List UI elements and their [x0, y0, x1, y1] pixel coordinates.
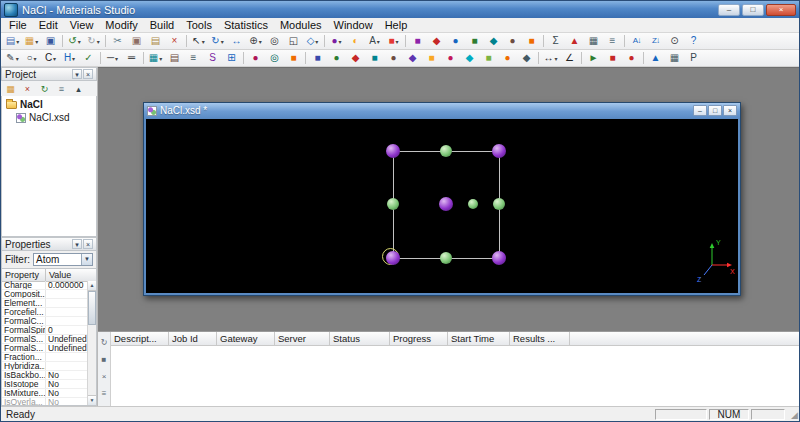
- document-close-button[interactable]: ×: [723, 105, 737, 116]
- forcite-icon[interactable]: ■: [465, 33, 484, 50]
- copy-icon[interactable]: ▣: [127, 33, 146, 50]
- properties-close-icon[interactable]: ×: [83, 239, 93, 249]
- job-column-header-3[interactable]: Gateway: [217, 332, 275, 345]
- dropdown-caret-icon[interactable]: ▾: [53, 55, 56, 62]
- menu-item-help[interactable]: Help: [379, 18, 414, 32]
- adjust-hydrogen-icon[interactable]: H▾: [60, 50, 79, 67]
- job-column-header-6[interactable]: Progress: [390, 332, 448, 345]
- blends-icon[interactable]: ■: [308, 50, 327, 67]
- jobs-properties-icon[interactable]: ≡: [98, 387, 111, 400]
- property-row[interactable]: IsBackbo...No: [2, 371, 87, 380]
- dropdown-caret-icon[interactable]: ▾: [115, 55, 118, 62]
- scroll-down-icon[interactable]: ▼: [88, 395, 96, 405]
- record-icon[interactable]: ●: [622, 50, 641, 67]
- dropdown-caret-icon[interactable]: ▾: [159, 55, 162, 62]
- properties-menu-icon[interactable]: ▾: [72, 239, 82, 249]
- project-menu-icon[interactable]: ▾: [72, 69, 82, 79]
- display-style-icon[interactable]: ●▾: [327, 33, 346, 50]
- property-value-cell[interactable]: [46, 308, 87, 316]
- maximize-button[interactable]: □: [742, 4, 764, 16]
- dropdown-caret-icon[interactable]: ▾: [339, 38, 342, 45]
- property-row[interactable]: FormalC...: [2, 317, 87, 326]
- mesostructure-builder-icon[interactable]: ■: [284, 50, 303, 67]
- surface-builder-icon[interactable]: ▤: [165, 50, 184, 67]
- dropdown-caret-icon[interactable]: ▾: [97, 38, 100, 45]
- close-button[interactable]: ×: [766, 4, 796, 16]
- project-refresh-icon[interactable]: ↻: [36, 81, 53, 96]
- job-column-header-5[interactable]: Status: [330, 332, 390, 345]
- translate-view-icon[interactable]: ↔: [227, 33, 246, 50]
- menu-item-build[interactable]: Build: [144, 18, 180, 32]
- vamp-icon[interactable]: ■: [422, 50, 441, 67]
- save-icon[interactable]: ▣: [41, 33, 60, 50]
- open-icon[interactable]: ▦▾: [22, 33, 41, 50]
- dropdown-caret-icon[interactable]: ▾: [16, 55, 19, 62]
- atom-na[interactable]: [440, 252, 452, 264]
- project-new-folder-icon[interactable]: ▦: [2, 81, 19, 96]
- amorphous-cell-icon[interactable]: ■: [408, 33, 427, 50]
- adsorption-locator-icon[interactable]: ●: [498, 50, 517, 67]
- minimize-button[interactable]: –: [718, 4, 740, 16]
- chevron-down-icon[interactable]: ▼: [81, 254, 92, 265]
- jobs-delete-icon[interactable]: ×: [98, 370, 111, 383]
- properties-scrollbar[interactable]: ▲ ▼: [87, 281, 96, 405]
- atom-cl[interactable]: [439, 197, 453, 211]
- chart-icon[interactable]: ▲: [565, 33, 584, 50]
- measure-angle-icon[interactable]: ∠: [560, 50, 579, 67]
- dropdown-caret-icon[interactable]: ▾: [72, 55, 75, 62]
- scroll-up-icon[interactable]: ▲: [88, 281, 96, 291]
- project-up-icon[interactable]: ▴: [70, 81, 87, 96]
- property-value-cell[interactable]: 0: [46, 326, 87, 334]
- discover-icon[interactable]: ●: [327, 50, 346, 67]
- layer-builder-icon[interactable]: ≡: [184, 50, 203, 67]
- calculate-icon[interactable]: Σ: [546, 33, 565, 50]
- project-close-icon[interactable]: ×: [83, 69, 93, 79]
- property-row[interactable]: IsOverla...No: [2, 398, 87, 405]
- dropdown-caret-icon[interactable]: ▾: [16, 38, 19, 45]
- element-select-icon[interactable]: C▾: [41, 50, 60, 67]
- crystal-builder-icon[interactable]: ▦▾: [146, 50, 165, 67]
- atom-na[interactable]: [493, 198, 505, 210]
- sort-descending-icon[interactable]: Z↓: [646, 33, 665, 50]
- job-column-header-4[interactable]: Server: [275, 332, 330, 345]
- atom-cl[interactable]: [492, 251, 506, 265]
- dmol3-icon[interactable]: ●: [446, 33, 465, 50]
- supercell-icon[interactable]: ⊞: [222, 50, 241, 67]
- filter-select[interactable]: Atom ▼: [33, 253, 93, 266]
- menu-item-window[interactable]: Window: [328, 18, 379, 32]
- dropdown-caret-icon[interactable]: ▾: [554, 55, 557, 62]
- dropdown-caret-icon[interactable]: ▾: [396, 38, 399, 45]
- atom-na[interactable]: [440, 145, 452, 157]
- bond-single-icon[interactable]: ─▾: [103, 50, 122, 67]
- properties-viewer-icon[interactable]: P: [684, 50, 703, 67]
- resize-grip-icon[interactable]: ◢: [791, 411, 798, 420]
- property-row[interactable]: FormalS...Undefined: [2, 344, 87, 353]
- gulp-icon[interactable]: ●: [384, 50, 403, 67]
- kinetix-icon[interactable]: ◆: [517, 50, 536, 67]
- atom-na[interactable]: [387, 198, 399, 210]
- property-value-cell[interactable]: No: [46, 398, 87, 405]
- chart-viewer-icon[interactable]: ▲: [646, 50, 665, 67]
- atom-na[interactable]: [468, 199, 478, 209]
- menu-item-modules[interactable]: Modules: [274, 18, 328, 32]
- conformers-icon[interactable]: ■: [479, 50, 498, 67]
- document-window[interactable]: NaCl.xsd * – □ × Y X Z: [143, 102, 741, 296]
- nanostructure-builder-icon[interactable]: ◎: [265, 50, 284, 67]
- cut-icon[interactable]: ✂: [108, 33, 127, 50]
- property-row[interactable]: FormalS...Undefined: [2, 335, 87, 344]
- delete-icon[interactable]: ×: [165, 33, 184, 50]
- bond-double-icon[interactable]: ═: [122, 50, 141, 67]
- structure-viewport[interactable]: Y X Z: [146, 119, 738, 293]
- paste-icon[interactable]: ▤: [146, 33, 165, 50]
- job-column-header-2[interactable]: Job Id: [169, 332, 217, 345]
- menu-item-modify[interactable]: Modify: [99, 18, 143, 32]
- view-orientation-icon[interactable]: ◇▾: [303, 33, 322, 50]
- property-row[interactable]: Hybridiza...: [2, 362, 87, 371]
- rotate-view-icon[interactable]: ↻▾: [208, 33, 227, 50]
- dropdown-caret-icon[interactable]: ▾: [315, 38, 318, 45]
- label-icon[interactable]: A▾: [365, 33, 384, 50]
- document-maximize-button[interactable]: □: [708, 105, 722, 116]
- menu-item-file[interactable]: File: [3, 18, 33, 32]
- compass-icon[interactable]: ◆: [346, 50, 365, 67]
- table-viewer-icon[interactable]: ▦: [665, 50, 684, 67]
